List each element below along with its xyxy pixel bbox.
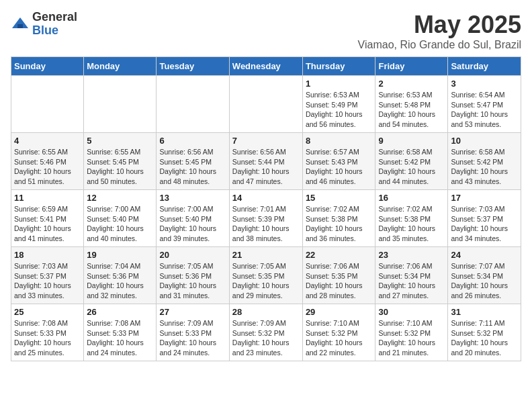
day-number: 10 [451,136,518,146]
calendar-week-row: 1Sunrise: 6:53 AM Sunset: 5:49 PM Daylig… [11,76,521,133]
calendar-cell: 15Sunrise: 7:02 AM Sunset: 5:38 PM Dayli… [302,190,375,247]
day-number: 6 [159,136,226,146]
day-number: 12 [87,193,153,203]
calendar-cell: 22Sunrise: 7:06 AM Sunset: 5:35 PM Dayli… [302,247,375,304]
calendar-cell [157,76,229,133]
day-info: Sunrise: 7:07 AM Sunset: 5:34 PM Dayligh… [451,262,508,300]
day-info: Sunrise: 7:09 AM Sunset: 5:33 PM Dayligh… [159,319,216,357]
day-number: 26 [87,307,153,317]
calendar-cell: 16Sunrise: 7:02 AM Sunset: 5:38 PM Dayli… [375,190,448,247]
day-number: 24 [451,250,518,260]
day-info: Sunrise: 6:53 AM Sunset: 5:49 PM Dayligh… [306,91,363,128]
day-info: Sunrise: 7:08 AM Sunset: 5:33 PM Dayligh… [14,319,71,357]
day-info: Sunrise: 7:06 AM Sunset: 5:35 PM Dayligh… [306,262,363,300]
day-number: 7 [232,136,300,146]
day-info: Sunrise: 7:05 AM Sunset: 5:35 PM Dayligh… [232,262,290,300]
day-info: Sunrise: 7:02 AM Sunset: 5:38 PM Dayligh… [306,205,363,242]
calendar-cell: 2Sunrise: 6:53 AM Sunset: 5:48 PM Daylig… [375,76,448,133]
header: General Blue May 2025 Viamao, Rio Grande… [11,11,521,51]
day-number: 30 [378,307,445,317]
calendar-cell: 6Sunrise: 6:56 AM Sunset: 5:45 PM Daylig… [157,133,229,190]
day-number: 2 [378,79,445,89]
day-info: Sunrise: 7:10 AM Sunset: 5:32 PM Dayligh… [378,319,435,357]
calendar-cell: 18Sunrise: 7:03 AM Sunset: 5:37 PM Dayli… [11,247,84,304]
day-info: Sunrise: 7:04 AM Sunset: 5:36 PM Dayligh… [87,262,144,300]
day-info: Sunrise: 7:02 AM Sunset: 5:38 PM Dayligh… [378,205,435,242]
day-info: Sunrise: 7:00 AM Sunset: 5:40 PM Dayligh… [159,205,216,242]
day-number: 21 [232,250,300,260]
calendar-cell: 14Sunrise: 7:01 AM Sunset: 5:39 PM Dayli… [229,190,302,247]
day-info: Sunrise: 6:55 AM Sunset: 5:45 PM Dayligh… [87,148,144,185]
day-header-wednesday: Wednesday [229,57,302,76]
calendar-cell: 11Sunrise: 6:59 AM Sunset: 5:41 PM Dayli… [11,190,84,247]
day-number: 17 [451,193,518,203]
day-info: Sunrise: 7:03 AM Sunset: 5:37 PM Dayligh… [451,205,508,242]
day-number: 23 [378,250,445,260]
day-header-friday: Friday [375,57,448,76]
day-info: Sunrise: 6:58 AM Sunset: 5:42 PM Dayligh… [451,148,508,185]
day-number: 25 [14,307,81,317]
logo-blue-text: Blue [32,24,77,38]
calendar-cell [84,76,157,133]
day-number: 8 [306,136,373,146]
day-info: Sunrise: 6:55 AM Sunset: 5:46 PM Dayligh… [14,148,71,185]
day-info: Sunrise: 7:10 AM Sunset: 5:32 PM Dayligh… [306,319,363,357]
month-title: May 2025 [358,11,521,39]
day-number: 22 [306,250,373,260]
logo: General Blue [11,11,77,38]
logo-icon [11,15,30,34]
day-number: 1 [306,79,373,89]
calendar-cell: 26Sunrise: 7:08 AM Sunset: 5:33 PM Dayli… [84,304,157,361]
calendar-cell: 19Sunrise: 7:04 AM Sunset: 5:36 PM Dayli… [84,247,157,304]
day-number: 28 [232,307,300,317]
day-info: Sunrise: 7:08 AM Sunset: 5:33 PM Dayligh… [87,319,144,357]
day-info: Sunrise: 6:54 AM Sunset: 5:47 PM Dayligh… [451,91,508,128]
calendar-cell: 28Sunrise: 7:09 AM Sunset: 5:32 PM Dayli… [229,304,302,361]
calendar-cell: 9Sunrise: 6:58 AM Sunset: 5:42 PM Daylig… [375,133,448,190]
calendar-cell: 8Sunrise: 6:57 AM Sunset: 5:43 PM Daylig… [302,133,375,190]
day-number: 19 [87,250,153,260]
location-title: Viamao, Rio Grande do Sul, Brazil [358,39,521,51]
day-header-sunday: Sunday [11,57,84,76]
day-number: 13 [159,193,226,203]
day-header-thursday: Thursday [302,57,375,76]
day-info: Sunrise: 7:06 AM Sunset: 5:34 PM Dayligh… [378,262,435,300]
calendar-cell: 21Sunrise: 7:05 AM Sunset: 5:35 PM Dayli… [229,247,302,304]
day-info: Sunrise: 7:09 AM Sunset: 5:32 PM Dayligh… [232,319,290,357]
calendar-week-row: 11Sunrise: 6:59 AM Sunset: 5:41 PM Dayli… [11,190,521,247]
calendar-header-row: SundayMondayTuesdayWednesdayThursdayFrid… [11,57,521,76]
day-info: Sunrise: 6:58 AM Sunset: 5:42 PM Dayligh… [378,148,435,185]
day-info: Sunrise: 7:11 AM Sunset: 5:32 PM Dayligh… [451,319,508,357]
day-info: Sunrise: 6:59 AM Sunset: 5:41 PM Dayligh… [14,205,71,242]
day-number: 11 [14,193,81,203]
day-info: Sunrise: 7:03 AM Sunset: 5:37 PM Dayligh… [14,262,71,300]
day-info: Sunrise: 6:56 AM Sunset: 5:45 PM Dayligh… [159,148,216,185]
calendar-cell: 27Sunrise: 7:09 AM Sunset: 5:33 PM Dayli… [157,304,229,361]
calendar-table: SundayMondayTuesdayWednesdayThursdayFrid… [11,56,521,361]
calendar-week-row: 18Sunrise: 7:03 AM Sunset: 5:37 PM Dayli… [11,247,521,304]
title-area: May 2025 Viamao, Rio Grande do Sul, Braz… [358,11,521,51]
day-number: 20 [159,250,226,260]
day-info: Sunrise: 6:57 AM Sunset: 5:43 PM Dayligh… [306,148,363,185]
day-number: 4 [14,136,81,146]
day-number: 16 [378,193,445,203]
day-header-tuesday: Tuesday [157,57,229,76]
calendar-cell: 29Sunrise: 7:10 AM Sunset: 5:32 PM Dayli… [302,304,375,361]
logo-general-text: General [32,11,77,24]
calendar-cell: 24Sunrise: 7:07 AM Sunset: 5:34 PM Dayli… [448,247,521,304]
day-number: 14 [232,193,300,203]
calendar-cell: 13Sunrise: 7:00 AM Sunset: 5:40 PM Dayli… [157,190,229,247]
calendar-cell: 20Sunrise: 7:05 AM Sunset: 5:36 PM Dayli… [157,247,229,304]
svg-rect-1 [17,24,23,28]
day-info: Sunrise: 7:00 AM Sunset: 5:40 PM Dayligh… [87,205,144,242]
day-info: Sunrise: 6:56 AM Sunset: 5:44 PM Dayligh… [232,148,290,185]
day-info: Sunrise: 6:53 AM Sunset: 5:48 PM Dayligh… [378,91,435,128]
calendar-cell [229,76,302,133]
calendar-cell: 5Sunrise: 6:55 AM Sunset: 5:45 PM Daylig… [84,133,157,190]
calendar-cell: 3Sunrise: 6:54 AM Sunset: 5:47 PM Daylig… [448,76,521,133]
calendar-week-row: 25Sunrise: 7:08 AM Sunset: 5:33 PM Dayli… [11,304,521,361]
calendar-cell: 7Sunrise: 6:56 AM Sunset: 5:44 PM Daylig… [229,133,302,190]
calendar-cell: 12Sunrise: 7:00 AM Sunset: 5:40 PM Dayli… [84,190,157,247]
calendar-week-row: 4Sunrise: 6:55 AM Sunset: 5:46 PM Daylig… [11,133,521,190]
calendar-cell [11,76,84,133]
